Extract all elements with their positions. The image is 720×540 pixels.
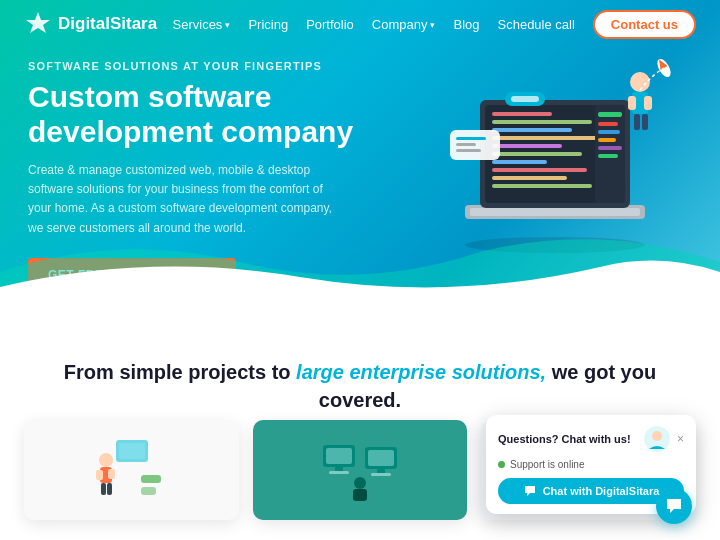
svg-rect-13	[492, 168, 587, 172]
svg-rect-9	[492, 136, 602, 140]
logo[interactable]: DigitalSitara	[24, 10, 157, 38]
svg-rect-20	[598, 138, 616, 142]
svg-rect-33	[634, 114, 640, 130]
svg-rect-21	[598, 146, 622, 150]
navbar: DigitalSitara Services ▾ Pricing Portfol…	[0, 0, 720, 48]
svg-rect-50	[329, 471, 349, 474]
logo-icon	[24, 10, 52, 38]
chat-status: Support is online	[498, 459, 684, 470]
svg-rect-6	[492, 112, 552, 116]
svg-rect-19	[598, 130, 620, 134]
nav-blog[interactable]: Blog	[453, 17, 479, 32]
svg-rect-14	[492, 176, 567, 180]
tagline-text: From simple projects to large enterprise…	[20, 358, 700, 414]
chat-title: Questions? Chat with us!	[498, 433, 631, 445]
svg-rect-3	[470, 208, 640, 216]
nav-schedule[interactable]: Schedule call	[498, 17, 575, 32]
svg-rect-22	[598, 154, 618, 158]
hero-title: Custom software development company	[28, 80, 388, 149]
card-2-illustration	[253, 420, 468, 520]
svg-rect-28	[511, 96, 539, 102]
svg-rect-48	[326, 448, 352, 464]
svg-rect-56	[353, 489, 367, 501]
svg-rect-17	[598, 112, 622, 117]
svg-rect-32	[644, 96, 652, 110]
svg-rect-10	[492, 144, 562, 148]
svg-rect-26	[456, 149, 481, 152]
hero-wave	[0, 232, 720, 310]
chevron-down-icon-2: ▾	[430, 20, 435, 30]
svg-rect-38	[119, 443, 145, 459]
svg-rect-7	[492, 120, 592, 124]
svg-rect-18	[598, 122, 618, 126]
svg-marker-0	[26, 12, 50, 33]
contact-button[interactable]: Contact us	[593, 10, 696, 39]
hero-section: DigitalSitara Services ▾ Pricing Portfol…	[0, 0, 720, 310]
hero-subtitle: SOFTWARE SOLUTIONS AT YOUR FINGERTIPS	[28, 60, 388, 72]
message-icon	[665, 497, 683, 515]
svg-point-58	[652, 431, 662, 441]
close-icon[interactable]: ×	[677, 432, 684, 446]
svg-rect-46	[141, 487, 156, 495]
hero-description: Create & manage customized web, mobile &…	[28, 161, 348, 238]
svg-rect-44	[107, 483, 112, 495]
brand-name: DigitalSitara	[58, 14, 157, 34]
svg-rect-24	[456, 137, 486, 140]
card-monitors	[253, 420, 468, 520]
svg-rect-31	[628, 96, 636, 110]
svg-rect-42	[108, 469, 115, 479]
svg-rect-12	[492, 160, 547, 164]
svg-rect-43	[101, 483, 106, 495]
chat-header: Questions? Chat with us! ×	[498, 425, 684, 453]
svg-rect-41	[96, 470, 103, 480]
svg-rect-54	[371, 473, 391, 476]
svg-point-39	[99, 453, 113, 467]
nav-pricing[interactable]: Pricing	[248, 17, 288, 32]
svg-rect-11	[492, 152, 582, 156]
chat-fab-button[interactable]	[656, 488, 692, 524]
svg-rect-15	[492, 184, 592, 188]
card-1-illustration	[24, 420, 239, 520]
svg-rect-45	[141, 475, 161, 483]
chat-avatar	[643, 425, 671, 453]
chevron-down-icon: ▾	[225, 20, 230, 30]
svg-rect-34	[642, 114, 648, 130]
svg-point-55	[354, 477, 366, 489]
svg-rect-8	[492, 128, 572, 132]
svg-rect-52	[368, 450, 394, 466]
nav-services[interactable]: Services ▾	[173, 17, 231, 32]
nav-company[interactable]: Company ▾	[372, 17, 436, 32]
nav-links: Services ▾ Pricing Portfolio Company ▾ B…	[173, 10, 696, 39]
online-indicator	[498, 461, 505, 468]
svg-rect-25	[456, 143, 476, 146]
chat-icon	[523, 484, 537, 498]
nav-portfolio[interactable]: Portfolio	[306, 17, 354, 32]
card-design	[24, 420, 239, 520]
